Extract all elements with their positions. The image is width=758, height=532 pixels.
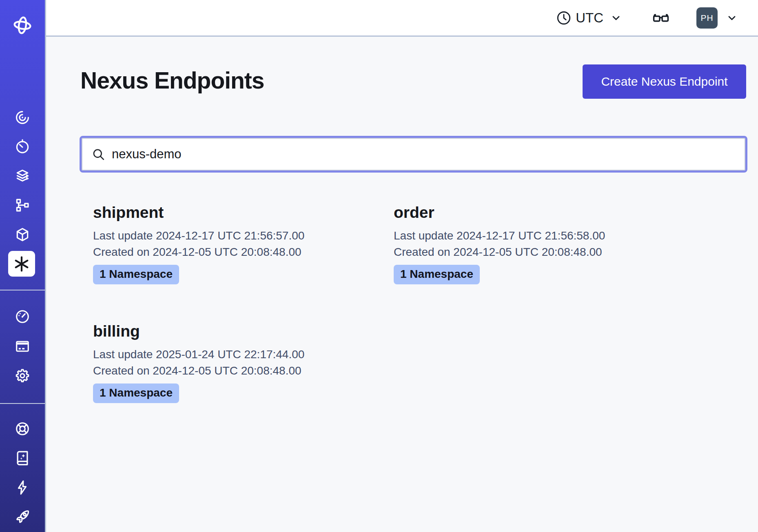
sidebar-item-gauge[interactable] (0, 305, 45, 328)
sidebar-divider (0, 290, 45, 290)
sidebar-item-docs[interactable] (0, 447, 45, 470)
gear-icon (15, 368, 30, 383)
endpoint-last-update: Last update 2025-01-24 UTC 22:17:44.00 (93, 346, 380, 363)
create-nexus-endpoint-button[interactable]: Create Nexus Endpoint (583, 64, 746, 99)
endpoint-created-on: Created on 2024-12-05 UTC 20:08:48.00 (93, 244, 380, 260)
endpoint-created-on: Created on 2024-12-05 UTC 20:08:48.00 (394, 244, 681, 260)
branch-icon (15, 197, 30, 213)
sidebar-item-getting-started[interactable] (0, 505, 45, 528)
user-menu[interactable]: PH (696, 7, 737, 29)
clock-icon (556, 10, 572, 26)
cube-icon (15, 227, 30, 242)
endpoint-name[interactable]: shipment (93, 203, 380, 222)
avatar: PH (696, 7, 718, 29)
namespace-count-badge: 1 Namespace (394, 265, 480, 284)
sidebar-item-timer[interactable] (0, 135, 45, 158)
lifebuoy-icon (15, 421, 30, 437)
endpoint-created-on: Created on 2024-12-05 UTC 20:08:48.00 (93, 363, 380, 379)
spiral-icon (15, 110, 30, 125)
timer-icon (15, 139, 30, 154)
sidebar-item-cube[interactable] (0, 223, 45, 246)
search-input[interactable] (112, 146, 736, 162)
sidebar-item-billing[interactable] (0, 335, 45, 358)
sidebar-item-quickstart[interactable] (0, 476, 45, 499)
main-content: Nexus Endpoints Create Nexus Endpoint sh… (47, 37, 758, 532)
sidebar (0, 0, 46, 532)
sidebar-divider (0, 403, 45, 404)
sidebar-item-support[interactable] (0, 417, 45, 440)
page-title: Nexus Endpoints (80, 67, 264, 94)
endpoint-last-update: Last update 2024-12-17 UTC 21:56:58.00 (394, 228, 681, 244)
sidebar-item-nexus-selected[interactable] (8, 251, 35, 277)
timezone-selector[interactable]: UTC (556, 10, 621, 26)
endpoint-card[interactable]: billing Last update 2025-01-24 UTC 22:17… (80, 322, 380, 403)
topbar: UTC PH (46, 0, 758, 37)
search-bar (80, 136, 747, 173)
book-sparkles-icon (15, 450, 30, 466)
codec-glasses-button[interactable] (652, 9, 670, 27)
sidebar-item-settings[interactable] (0, 364, 45, 387)
endpoints-grid: shipment Last update 2024-12-17 UTC 21:5… (80, 203, 681, 403)
endpoint-name[interactable]: billing (93, 322, 380, 341)
glasses-icon (652, 9, 670, 27)
sidebar-item-layers[interactable] (0, 164, 45, 187)
billing-card-icon (15, 339, 30, 354)
chevron-down-icon (611, 13, 621, 23)
namespace-count-badge: 1 Namespace (93, 265, 179, 284)
search-icon (91, 147, 105, 161)
endpoint-last-update: Last update 2024-12-17 UTC 21:56:57.00 (93, 228, 380, 244)
rocket-icon (15, 509, 30, 525)
temporal-logo-icon (12, 15, 33, 36)
endpoint-name[interactable]: order (394, 203, 681, 222)
chevron-down-icon (727, 13, 737, 23)
gauge-icon (15, 309, 30, 324)
endpoint-card[interactable]: order Last update 2024-12-17 UTC 21:56:5… (380, 203, 681, 284)
asterisk-nexus-icon (13, 255, 30, 273)
sidebar-item-spiral[interactable] (0, 106, 45, 129)
namespace-count-badge: 1 Namespace (93, 383, 179, 403)
temporal-logo[interactable] (0, 15, 45, 36)
layers-icon (15, 168, 30, 184)
lightning-icon (15, 480, 30, 495)
sidebar-item-branch[interactable] (0, 194, 45, 217)
endpoint-card[interactable]: shipment Last update 2024-12-17 UTC 21:5… (80, 203, 380, 284)
timezone-label: UTC (576, 11, 603, 24)
